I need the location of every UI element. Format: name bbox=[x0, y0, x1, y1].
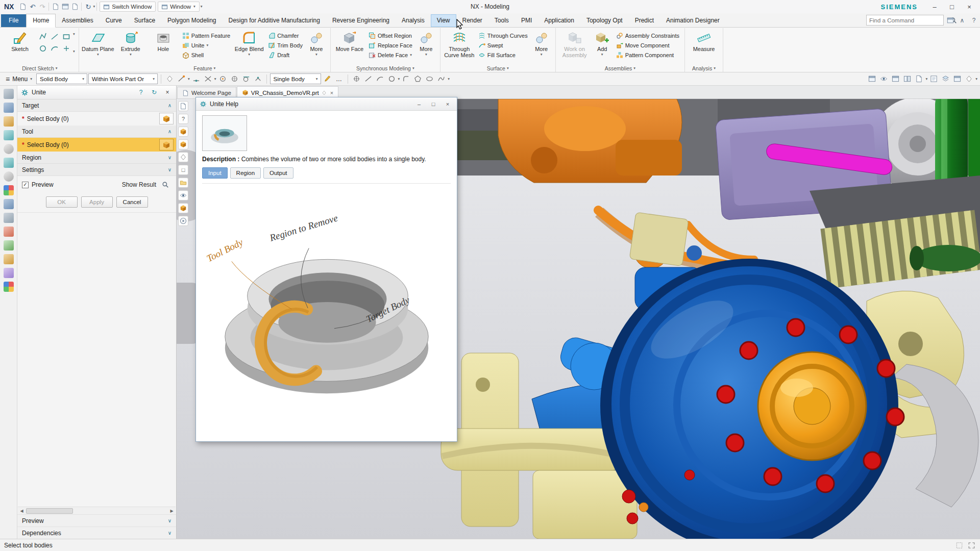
unite-dialog-header[interactable]: Unite ? ↻ × bbox=[17, 86, 176, 99]
target-section-header[interactable]: Target∧ bbox=[17, 99, 176, 112]
target-body-picker-button[interactable] bbox=[159, 113, 174, 124]
ribbon-tab-predict[interactable]: Predict bbox=[629, 14, 660, 27]
measure-button[interactable]: Measure bbox=[688, 29, 720, 52]
cut-icon[interactable] bbox=[51, 2, 60, 12]
edge-blend-button[interactable]: Edge Blend ▾ bbox=[233, 29, 265, 57]
diamond-icon[interactable] bbox=[178, 152, 188, 162]
ribbon-tab-animation-designer[interactable]: Animation Designer bbox=[660, 14, 726, 27]
ok-button[interactable]: OK bbox=[46, 196, 78, 208]
group-label-assemblies[interactable]: Assemblies▾ bbox=[556, 65, 684, 71]
selection-scope-dropdown[interactable]: Within Work Part Or▾ bbox=[88, 73, 158, 84]
profile-icon[interactable] bbox=[37, 31, 48, 42]
ribbon-tab-home[interactable]: Home bbox=[26, 14, 56, 28]
replace-face-button[interactable]: Replace Face bbox=[366, 40, 415, 50]
spline-tool-icon[interactable] bbox=[436, 73, 447, 84]
point-icon[interactable] bbox=[61, 43, 72, 54]
snap-intersection-icon[interactable] bbox=[203, 73, 213, 84]
group-label-analysis[interactable]: Analysis▾ bbox=[685, 65, 723, 71]
tool-select-body-row[interactable]: * Select Body (0) bbox=[17, 138, 176, 152]
ribbon-tab-render[interactable]: Render bbox=[456, 14, 488, 27]
chevron-down-icon[interactable]: ▾ bbox=[188, 77, 190, 81]
dependencies-section-header[interactable]: Dependencies∨ bbox=[17, 527, 176, 539]
snap-arc-center-icon[interactable] bbox=[217, 73, 228, 84]
sketch-button[interactable]: Sketch bbox=[4, 29, 36, 52]
snap-node-icon[interactable] bbox=[253, 73, 263, 84]
snap-quadrant-icon[interactable] bbox=[229, 73, 240, 84]
scroll-thumb[interactable] bbox=[26, 508, 73, 514]
scroll-track[interactable] bbox=[26, 508, 168, 514]
selection-filter-dropdown[interactable]: Solid Body▾ bbox=[36, 73, 87, 84]
hole-button[interactable]: Hole bbox=[147, 29, 180, 52]
preview-bottom-section-header[interactable]: Preview∨ bbox=[17, 514, 176, 527]
orange-cube-icon[interactable] bbox=[178, 203, 188, 213]
dialog-reset-icon[interactable]: ↻ bbox=[149, 87, 159, 97]
pattern-component-button[interactable]: Pattern Component bbox=[614, 50, 682, 60]
redo-icon[interactable]: ↷ bbox=[37, 2, 47, 12]
materials-icon[interactable] bbox=[4, 227, 14, 237]
ribbon-tab-tools[interactable]: Tools bbox=[488, 14, 515, 27]
settings-section-header[interactable]: Settings∨ bbox=[17, 164, 176, 176]
selection-box-icon[interactable] bbox=[954, 541, 964, 549]
paste-icon[interactable] bbox=[70, 2, 80, 12]
work-on-assembly-button[interactable]: Work on Assembly bbox=[558, 29, 591, 58]
chevron-down-icon[interactable]: ▾ bbox=[398, 77, 400, 81]
history-icon[interactable] bbox=[4, 158, 14, 168]
surface-more-button[interactable]: More ▾ bbox=[530, 29, 553, 57]
ribbon-tab-polygon-modeling[interactable]: Polygon Modeling bbox=[161, 14, 222, 27]
view-manager-icon[interactable] bbox=[952, 73, 963, 84]
command-search-input[interactable] bbox=[869, 17, 948, 23]
reuse-library-icon[interactable] bbox=[4, 199, 14, 209]
through-curve-mesh-button[interactable]: Through Curve Mesh bbox=[443, 29, 476, 58]
chevron-down-icon[interactable]: ▾ bbox=[925, 77, 927, 81]
move-face-button[interactable]: Move Face bbox=[333, 29, 366, 52]
ribbon-tab-application[interactable]: Application bbox=[538, 14, 580, 27]
assembly-navigator-icon[interactable] bbox=[4, 103, 14, 113]
process-clock-icon[interactable] bbox=[4, 171, 14, 182]
information-window-icon[interactable] bbox=[928, 73, 939, 84]
help-minimize-icon[interactable]: – bbox=[413, 99, 425, 109]
chevron-down-icon[interactable]: ▾ bbox=[214, 77, 216, 81]
cancel-button[interactable]: Cancel bbox=[116, 196, 148, 208]
offset-region-button[interactable]: Offset Region bbox=[366, 31, 415, 40]
show-result-button[interactable] bbox=[159, 180, 172, 190]
help-circle-icon[interactable]: ? bbox=[178, 114, 188, 124]
tool-body-picker-button[interactable] bbox=[159, 139, 174, 151]
group-label-feature[interactable]: Feature▾ bbox=[79, 65, 330, 71]
region-section-button[interactable]: Region bbox=[230, 167, 261, 179]
save-icon[interactable] bbox=[18, 2, 28, 12]
help-maximize-icon[interactable]: □ bbox=[428, 99, 439, 109]
gray-cube-icon[interactable] bbox=[178, 127, 188, 137]
help-dialog-titlebar[interactable]: Unite Help – □ × bbox=[196, 97, 457, 111]
ribbon-tab-topology-opt[interactable]: Topology Opt bbox=[580, 14, 629, 27]
chamfer-button[interactable]: Chamfer bbox=[265, 31, 305, 40]
ribbon-tab-curve[interactable]: Curve bbox=[100, 14, 128, 27]
line-icon[interactable] bbox=[49, 31, 60, 42]
sheets-icon[interactable] bbox=[178, 101, 188, 111]
unite-help-dialog[interactable]: Unite Help – □ × Description : Combines … bbox=[195, 97, 457, 442]
dialog-help-icon[interactable]: ? bbox=[136, 87, 146, 97]
ribbon-tab-analysis[interactable]: Analysis bbox=[396, 14, 431, 27]
ribbon-tab-assemblies[interactable]: Assemblies bbox=[56, 14, 99, 27]
apply-button[interactable]: Apply bbox=[81, 196, 113, 208]
arc-icon[interactable] bbox=[49, 43, 60, 54]
part-navigator-icon[interactable] bbox=[4, 130, 14, 140]
constraint-navigator-icon[interactable] bbox=[4, 116, 14, 127]
snap-midpoint-icon[interactable] bbox=[191, 73, 202, 84]
feature-more-button[interactable]: More ▾ bbox=[305, 29, 328, 57]
pin-icon[interactable] bbox=[322, 90, 327, 95]
scroll-right-arrow[interactable]: ▶ bbox=[168, 508, 176, 514]
trim-body-button[interactable]: Trim Body bbox=[265, 40, 305, 50]
snap-point-icon[interactable] bbox=[164, 73, 175, 84]
line-tool-icon[interactable] bbox=[363, 73, 374, 84]
chevron-down-icon[interactable]: ▾ bbox=[448, 77, 450, 81]
panel-horizontal-scrollbar[interactable]: ◀ ▶ bbox=[18, 507, 176, 514]
datum-plane-button[interactable]: Datum Plane ▾ bbox=[82, 29, 114, 57]
folder-icon[interactable] bbox=[178, 178, 188, 188]
unite-button[interactable]: Unite▾ bbox=[180, 40, 233, 50]
fillet-tool-icon[interactable] bbox=[401, 73, 411, 84]
repeat-command-icon[interactable]: ↻ bbox=[83, 2, 93, 12]
ribbon-tab-design-additive[interactable]: Design for Additive Manufacturing bbox=[223, 14, 326, 27]
polygon-tool-icon[interactable] bbox=[412, 73, 423, 84]
menu-button[interactable]: ≡Menu▾ bbox=[3, 73, 35, 85]
chevron-down-icon[interactable]: ▾ bbox=[975, 77, 977, 81]
